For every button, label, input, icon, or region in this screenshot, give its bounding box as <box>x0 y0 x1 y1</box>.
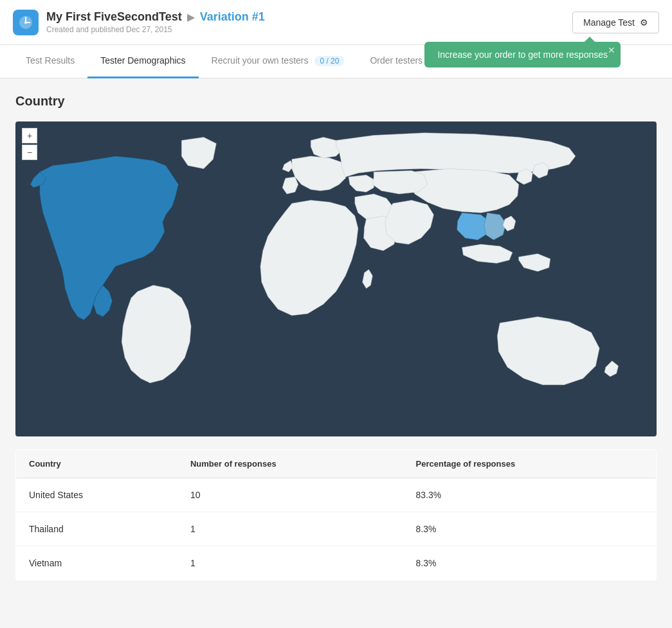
map-svg-container <box>15 121 657 436</box>
tab-test-results-label: Test Results <box>26 55 75 66</box>
tab-tester-demographics-label: Tester Demographics <box>100 55 185 66</box>
world-map-svg <box>15 121 657 436</box>
cell-country: Thailand <box>16 512 177 546</box>
table-row: Thailand 1 8.3% <box>16 512 657 546</box>
map-controls: + − <box>22 128 37 160</box>
breadcrumb: My First FiveSecondTest ▶ Variation #1 <box>46 10 265 24</box>
manage-test-button[interactable]: Manage Test ⚙ <box>572 12 659 33</box>
svg-point-1 <box>24 21 27 24</box>
tooltip-container: Increase your order to get more response… <box>424 42 621 67</box>
table-row: Vietnam 1 8.3% <box>16 546 657 580</box>
cell-country: United States <box>16 478 177 512</box>
cell-percentage: 8.3% <box>403 546 657 580</box>
table-row: United States 10 83.3% <box>16 478 657 512</box>
app-logo <box>13 10 39 35</box>
variation-name: Variation #1 <box>200 10 265 24</box>
tab-recruit-own-label: Recruit your own testers <box>212 55 309 66</box>
cell-responses: 10 <box>177 478 403 512</box>
header-left: My First FiveSecondTest ▶ Variation #1 C… <box>13 10 265 35</box>
zoom-out-button[interactable]: − <box>22 145 37 160</box>
cell-responses: 1 <box>177 512 403 546</box>
manage-test-label: Manage Test <box>583 17 635 28</box>
cell-percentage: 83.3% <box>403 478 657 512</box>
cell-responses: 1 <box>177 546 403 580</box>
col-header-country: Country <box>16 450 177 478</box>
recruit-own-badge: 0 / 20 <box>314 56 344 66</box>
breadcrumb-arrow: ▶ <box>187 11 195 23</box>
tab-test-results[interactable]: Test Results <box>13 45 87 78</box>
header-title: My First FiveSecondTest ▶ Variation #1 C… <box>46 10 265 34</box>
zoom-in-button[interactable]: + <box>22 128 37 143</box>
cell-country: Vietnam <box>16 546 177 580</box>
project-name: My First FiveSecondTest <box>46 10 182 24</box>
logo-icon <box>18 15 33 30</box>
world-map: + − <box>15 121 657 436</box>
cell-percentage: 8.3% <box>403 512 657 546</box>
subtitle: Created and published Dec 27, 2015 <box>46 25 265 34</box>
tab-recruit-own[interactable]: Recruit your own testers 0 / 20 <box>199 45 358 78</box>
tab-tester-demographics[interactable]: Tester Demographics <box>87 45 198 78</box>
col-header-percentage: Percentage of responses <box>403 450 657 478</box>
section-title: Country <box>15 94 657 109</box>
col-header-responses: Number of responses <box>177 450 403 478</box>
page-header: My First FiveSecondTest ▶ Variation #1 C… <box>0 0 672 45</box>
tooltip-close-button[interactable]: ✕ <box>608 46 615 55</box>
country-table: Country Number of responses Percentage o… <box>15 449 657 580</box>
tooltip-message: Increase your order to get more response… <box>437 49 608 60</box>
tooltip-bubble: Increase your order to get more response… <box>424 42 621 67</box>
gear-icon: ⚙ <box>640 17 648 28</box>
main-content: Country + − <box>0 78 672 596</box>
